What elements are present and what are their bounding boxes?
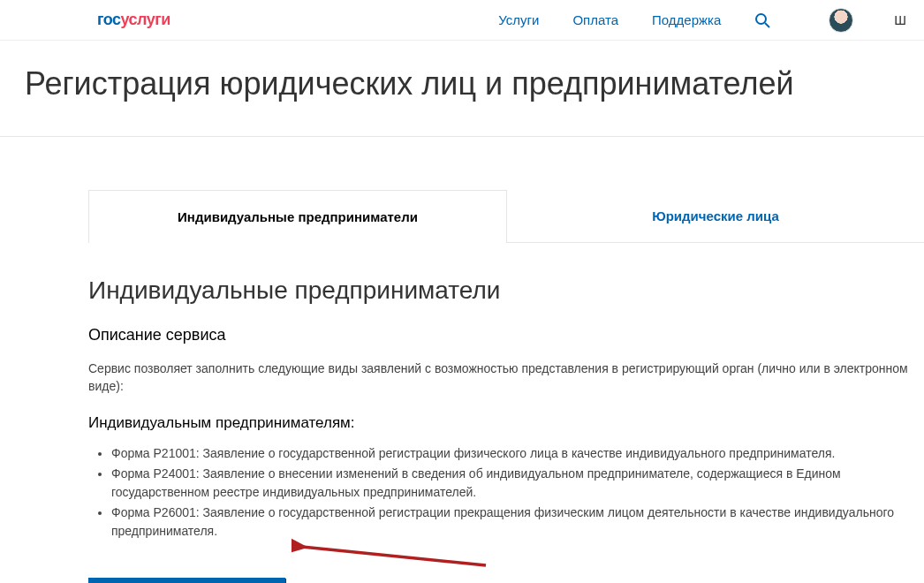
logo[interactable]: госуслуги xyxy=(97,11,170,29)
search-icon[interactable] xyxy=(754,12,770,28)
list-item: Форма Р21001: Заявление о государственно… xyxy=(111,444,924,463)
logo-text-blue: гос xyxy=(97,11,121,28)
forms-list: Форма Р21001: Заявление о государственно… xyxy=(88,444,924,541)
fill-new-application-button[interactable]: Заполнить новое заявление xyxy=(88,578,285,583)
section-title: Индивидуальные предприниматели xyxy=(88,276,924,305)
user-initial: Ш xyxy=(894,12,906,27)
nav-services[interactable]: Услуги xyxy=(498,12,539,27)
tab-individual[interactable]: Индивидуальные предприниматели xyxy=(88,190,507,243)
svg-point-0 xyxy=(756,14,766,24)
list-item: Форма Р26001: Заявление о государственно… xyxy=(111,504,924,541)
main-content: Индивидуальные предприниматели Юридическ… xyxy=(0,137,924,583)
tab-legal[interactable]: Юридические лица xyxy=(507,190,924,243)
service-description: Сервис позволяет заполнить следующие вид… xyxy=(88,360,924,395)
nav-support[interactable]: Поддержка xyxy=(652,12,721,27)
page-title: Регистрация юридических лиц и предприним… xyxy=(25,65,924,102)
forms-heading: Индивидуальным предпринимателям: xyxy=(88,414,924,432)
logo-text-red: услуги xyxy=(121,11,170,28)
nav-payment[interactable]: Оплата xyxy=(572,12,618,27)
subsection-title: Описание сервиса xyxy=(88,326,924,344)
page-title-section: Регистрация юридических лиц и предприним… xyxy=(0,41,924,137)
list-item: Форма Р24001: Заявление о внесении измен… xyxy=(111,465,924,502)
avatar[interactable] xyxy=(829,8,853,33)
tabs: Индивидуальные предприниматели Юридическ… xyxy=(88,190,924,243)
svg-line-1 xyxy=(765,23,769,27)
header: госуслуги Услуги Оплата Поддержка Ш xyxy=(0,0,924,41)
top-nav: Услуги Оплата Поддержка Ш xyxy=(498,8,906,33)
